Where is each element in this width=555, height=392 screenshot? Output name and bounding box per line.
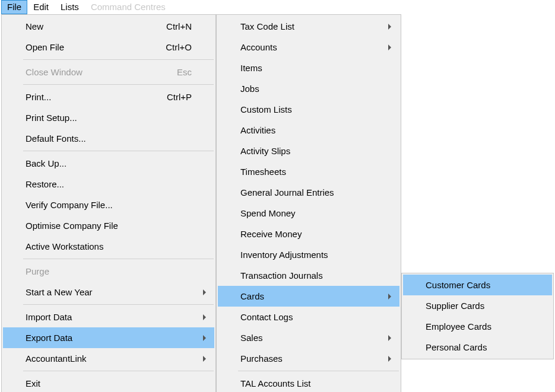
chevron-right-icon — [203, 314, 206, 320]
chevron-right-icon — [388, 44, 391, 50]
export-data-menu: Tax Code List Accounts Items Jobs Custom… — [216, 14, 401, 392]
export-contact-logs-label: Contact Logs — [240, 312, 377, 322]
cards-customer[interactable]: Customer Cards — [403, 275, 552, 295]
menu-separator — [23, 304, 214, 305]
file-open-accel: Ctrl+O — [166, 42, 192, 52]
cards-supplier-label: Supplier Cards — [426, 301, 529, 311]
export-accounts-label: Accounts — [240, 42, 377, 52]
export-txn-journals-label: Transaction Journals — [240, 270, 377, 281]
file-export-label: Export Data — [26, 333, 192, 343]
file-exit[interactable]: Exit — [3, 373, 214, 392]
export-timesheets[interactable]: Timesheets — [218, 161, 399, 182]
file-export-data[interactable]: Export Data — [3, 327, 214, 348]
export-activity-slips[interactable]: Activity Slips — [218, 141, 399, 161]
export-tal-accounts-list[interactable]: TAL Accounts List — [218, 373, 399, 392]
file-exit-label: Exit — [26, 378, 192, 388]
export-spend-money[interactable]: Spend Money — [218, 203, 399, 224]
export-items[interactable]: Items — [218, 58, 399, 78]
export-items-label: Items — [240, 63, 377, 73]
file-restore-label: Restore... — [26, 179, 192, 189]
file-close-accel: Esc — [177, 67, 192, 77]
export-jobs[interactable]: Jobs — [218, 78, 399, 99]
file-import-label: Import Data — [26, 312, 192, 322]
file-purge-label: Purge — [26, 266, 192, 276]
chevron-right-icon — [388, 24, 391, 30]
file-accountantlink-label: AccountantLink — [26, 353, 192, 364]
export-tal-label: TAL Accounts List — [240, 378, 377, 388]
export-accounts[interactable]: Accounts — [218, 37, 399, 58]
cards-employee[interactable]: Employee Cards — [403, 316, 552, 337]
file-verify-label: Verify Company File... — [26, 200, 192, 210]
file-backup-label: Back Up... — [26, 158, 192, 168]
file-print-accel: Ctrl+P — [167, 92, 192, 102]
file-close-window: Close Window Esc — [3, 62, 214, 82]
file-purge: Purge — [3, 261, 214, 282]
menu-separator — [23, 59, 214, 60]
export-receive-money[interactable]: Receive Money — [218, 224, 399, 244]
cards-menu: Customer Cards Supplier Cards Employee C… — [401, 273, 554, 359]
menu-separator — [23, 259, 214, 259]
file-print-setup[interactable]: Print Setup... — [3, 107, 214, 128]
cards-employee-label: Employee Cards — [426, 321, 529, 332]
file-active-workstations[interactable]: Active Workstations — [3, 236, 214, 257]
export-taxcode-label: Tax Code List — [240, 21, 377, 31]
file-new[interactable]: New Ctrl+N — [3, 16, 214, 37]
chevron-right-icon — [203, 356, 206, 362]
export-jobs-label: Jobs — [240, 84, 377, 94]
file-print[interactable]: Print... Ctrl+P — [3, 87, 214, 107]
export-contact-logs[interactable]: Contact Logs — [218, 307, 399, 327]
export-general-journal[interactable]: General Journal Entries — [218, 182, 399, 203]
export-activity-slips-label: Activity Slips — [240, 146, 377, 156]
cards-supplier[interactable]: Supplier Cards — [403, 295, 552, 316]
export-sales[interactable]: Sales — [218, 327, 399, 348]
file-verify[interactable]: Verify Company File... — [3, 195, 214, 215]
export-transaction-journals[interactable]: Transaction Journals — [218, 265, 399, 286]
menubar: File Edit Lists Command Centres — [0, 0, 555, 14]
menu-separator — [23, 151, 214, 151]
menubar-file[interactable]: File — [1, 0, 27, 14]
export-cards-label: Cards — [240, 291, 377, 301]
file-new-accel: Ctrl+N — [166, 21, 192, 31]
chevron-right-icon — [203, 289, 206, 295]
cards-personal[interactable]: Personal Cards — [403, 337, 552, 358]
export-spend-label: Spend Money — [240, 208, 377, 218]
file-open[interactable]: Open File Ctrl+O — [3, 37, 214, 58]
file-new-label: New — [26, 21, 142, 31]
chevron-right-icon — [388, 294, 391, 299]
export-tax-code-list[interactable]: Tax Code List — [218, 16, 399, 37]
export-activities[interactable]: Activities — [218, 120, 399, 141]
export-purchases[interactable]: Purchases — [218, 348, 399, 369]
file-default-fonts-label: Default Fonts... — [26, 133, 192, 144]
cards-personal-label: Personal Cards — [426, 342, 529, 352]
file-print-setup-label: Print Setup... — [26, 113, 192, 123]
export-activities-label: Activities — [240, 125, 377, 135]
file-default-fonts[interactable]: Default Fonts... — [3, 128, 214, 149]
export-purchases-label: Purchases — [240, 353, 377, 364]
file-active-ws-label: Active Workstations — [26, 241, 192, 251]
export-gj-label: General Journal Entries — [240, 187, 377, 197]
export-receive-label: Receive Money — [240, 229, 377, 239]
menubar-edit[interactable]: Edit — [27, 0, 55, 14]
export-inventory-adjustments[interactable]: Inventory Adjustments — [218, 244, 399, 265]
menu-separator — [23, 371, 214, 371]
menubar-lists[interactable]: Lists — [55, 0, 85, 14]
file-optimise[interactable]: Optimise Company File — [3, 215, 214, 236]
export-custom-lists[interactable]: Custom Lists — [218, 99, 399, 120]
file-restore[interactable]: Restore... — [3, 174, 214, 195]
file-menu: New Ctrl+N Open File Ctrl+O Close Window… — [1, 14, 216, 392]
export-sales-label: Sales — [240, 333, 377, 343]
file-close-label: Close Window — [26, 67, 153, 77]
file-backup[interactable]: Back Up... — [3, 153, 214, 174]
file-start-year-label: Start a New Year — [26, 287, 192, 297]
file-import-data[interactable]: Import Data — [3, 307, 214, 327]
file-accountantlink[interactable]: AccountantLink — [3, 348, 214, 369]
file-start-new-year[interactable]: Start a New Year — [3, 282, 214, 302]
file-print-label: Print... — [26, 92, 143, 102]
chevron-right-icon — [388, 356, 391, 362]
file-open-label: Open File — [26, 42, 142, 52]
export-cards[interactable]: Cards — [218, 286, 399, 307]
cards-customer-label: Customer Cards — [426, 280, 529, 290]
export-timesheets-label: Timesheets — [240, 167, 377, 177]
menu-separator — [238, 371, 399, 371]
menubar-command-centres[interactable]: Command Centres — [85, 0, 172, 14]
